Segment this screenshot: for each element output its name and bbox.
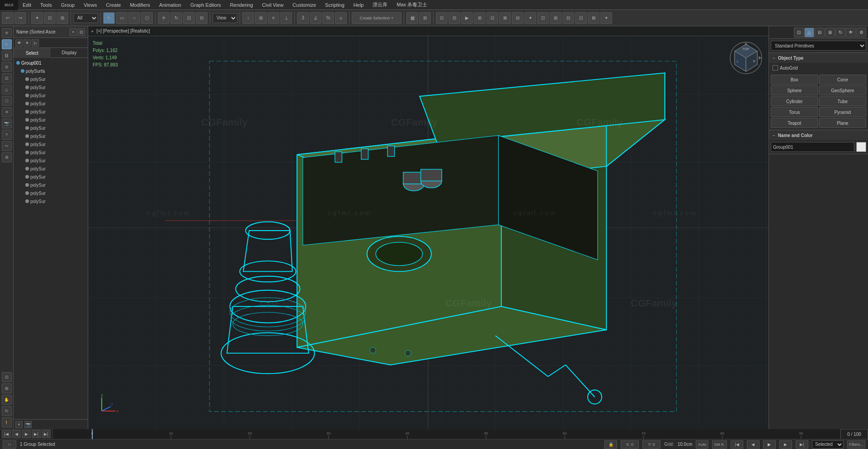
tl-next-key-btn2[interactable]: ▶: [779, 440, 792, 449]
spinner-snap-button[interactable]: ⍟: [335, 12, 347, 24]
prim-teapot-btn[interactable]: Teapot: [771, 118, 818, 128]
tl-goto-start-btn[interactable]: |◀: [731, 440, 743, 449]
menu-civil-view[interactable]: Civil View: [258, 1, 288, 9]
menu-modifiers[interactable]: Modifiers: [125, 1, 155, 9]
select-obj-button[interactable]: ✦: [31, 12, 43, 24]
color-swatch[interactable]: [856, 142, 866, 152]
scene-item-group001[interactable]: Group001: [14, 59, 87, 67]
menu-security[interactable]: Max 杀毒卫士: [392, 0, 432, 9]
scene-light-icon[interactable]: ☀: [24, 39, 31, 47]
move-tool-btn[interactable]: ✛: [2, 28, 12, 38]
matl-editor-button[interactable]: ⊠: [499, 12, 511, 24]
scene-panel-icon2[interactable]: ⊡: [78, 28, 85, 36]
poly-select-button[interactable]: ⬡: [141, 12, 153, 24]
circle-select-button[interactable]: ○: [128, 12, 140, 24]
autogrid-checkbox-label[interactable]: AutoGrid: [773, 65, 797, 71]
scene-item-poly15[interactable]: polySur: [14, 189, 87, 197]
zoom-extents-btn[interactable]: ⊡: [2, 372, 12, 382]
select-tool-btn[interactable]: ↖: [2, 39, 12, 49]
rp-tab-display-btn[interactable]: ⊡: [794, 28, 804, 38]
menu-cloud[interactable]: 漂云库: [368, 0, 392, 9]
scene-item-poly4[interactable]: polySur: [14, 99, 87, 108]
prim-tube-btn[interactable]: Tube: [819, 96, 867, 106]
autogrid-checkbox[interactable]: [773, 65, 778, 71]
rp-tab-create-btn[interactable]: △: [804, 28, 814, 38]
arc-rotate-btn[interactable]: ↻: [2, 406, 12, 416]
scene-item-poly12[interactable]: polySur: [14, 165, 87, 173]
render-frame-button[interactable]: ⊞: [474, 12, 486, 24]
scene-item-poly11[interactable]: polySur: [14, 156, 87, 165]
rotate-button[interactable]: ↻: [170, 12, 182, 24]
align-button[interactable]: ⊞: [255, 12, 267, 24]
mirror-button[interactable]: ↕: [242, 12, 254, 24]
menu-group[interactable]: Group: [57, 1, 80, 9]
scene-item-poly7[interactable]: polySur: [14, 124, 87, 132]
print-size-button[interactable]: ⊡: [575, 12, 587, 24]
primitives-dropdown[interactable]: Standard Primitives Extended Primitives …: [771, 41, 866, 51]
tab-select[interactable]: Select: [14, 48, 51, 58]
quick-render-button[interactable]: ▶: [461, 12, 473, 24]
auto-key-button[interactable]: ⊠: [588, 12, 599, 24]
geometry-btn[interactable]: △: [2, 85, 12, 95]
timeline-track[interactable]: 0 10 20 30 40 50 60 70 80: [53, 429, 841, 439]
numpad-3-button[interactable]: 3: [297, 12, 309, 24]
select-filter-button[interactable]: ⊞: [57, 12, 68, 24]
move-button[interactable]: ✛: [158, 12, 170, 24]
rp-tab-modify-btn[interactable]: ⊟: [815, 28, 825, 38]
rect-select-button[interactable]: ▭: [116, 12, 127, 24]
set-key-label[interactable]: Set K.: [712, 440, 727, 449]
prim-plane-btn[interactable]: Plane: [819, 118, 867, 128]
prim-torus-btn[interactable]: Torus: [771, 107, 818, 117]
tl-next-frame-btn[interactable]: ▶|: [42, 430, 51, 438]
scene-item-poly16[interactable]: polySur: [14, 197, 87, 205]
region-zoom-btn[interactable]: ⊞: [2, 383, 12, 393]
redo-button[interactable]: ↪: [14, 12, 26, 24]
lights-btn[interactable]: ☀: [2, 107, 12, 117]
prim-cylinder-btn[interactable]: Cylinder: [771, 96, 818, 106]
brpr-settings-button[interactable]: ⊟: [562, 12, 574, 24]
prim-cone-btn[interactable]: Cone: [819, 75, 867, 85]
menu-scripting[interactable]: Scripting: [321, 1, 349, 9]
tl-prev-frame-btn[interactable]: |◀: [2, 430, 11, 438]
panorama-button[interactable]: ⊞: [550, 12, 561, 24]
tl-play-btn2[interactable]: ▶: [763, 440, 776, 449]
angle-snap-button[interactable]: ∠: [310, 12, 321, 24]
filters-btn[interactable]: Filters...: [847, 440, 865, 449]
prim-box-btn[interactable]: Box: [771, 75, 818, 85]
tl-goto-end-btn[interactable]: ▶|: [796, 440, 808, 449]
selected-dropdown[interactable]: Selected: [812, 440, 844, 449]
footer-icon2[interactable]: 📷: [24, 421, 32, 428]
systems-btn[interactable]: ⚙: [2, 152, 12, 162]
scene-panel-icon1[interactable]: +: [70, 28, 77, 36]
render-to-tex-button[interactable]: ⊡: [537, 12, 549, 24]
set-key-button[interactable]: ✦: [600, 12, 612, 24]
name-input-field[interactable]: [771, 142, 854, 152]
scene-item-poly8[interactable]: polySur: [14, 132, 87, 140]
prim-pyramid-btn[interactable]: Pyramid: [819, 107, 867, 117]
auto-key-label[interactable]: Auto: [696, 440, 708, 449]
nav-cube[interactable]: TOP L R: [728, 40, 764, 76]
cameras-btn[interactable]: 📷: [2, 118, 12, 128]
scene-item-poly6[interactable]: polySur: [14, 116, 87, 124]
render-effects-button[interactable]: ✦: [524, 12, 536, 24]
pan-btn[interactable]: ✋: [2, 395, 12, 405]
tab-display[interactable]: Display: [51, 48, 88, 58]
render-scene-button[interactable]: ⊟: [448, 12, 460, 24]
scale-type-button[interactable]: ⊟: [196, 12, 208, 24]
scene-eye-icon[interactable]: 👁: [15, 39, 23, 47]
scene-item-polysurfa[interactable]: polySurfa: [14, 67, 87, 75]
prim-sphere-btn[interactable]: Sphere: [771, 85, 818, 95]
menu-customize[interactable]: Customize: [288, 1, 321, 9]
menu-animation[interactable]: Animation: [155, 1, 186, 9]
tl-prev-key-btn[interactable]: ◀: [12, 430, 21, 438]
shapes-btn[interactable]: ⬡: [2, 96, 12, 106]
percent-snap-button[interactable]: %: [322, 12, 334, 24]
viewport-plus-btn[interactable]: +: [91, 28, 94, 34]
scene-item-poly3[interactable]: polySur: [14, 91, 87, 99]
tl-play-btn[interactable]: ▶: [22, 430, 31, 438]
link-tool-btn[interactable]: ⛓: [2, 51, 12, 61]
rp-tab-hierarchy-btn[interactable]: ⊞: [825, 28, 835, 38]
menu-tools[interactable]: Tools: [36, 1, 57, 9]
coords-x[interactable]: X: 0: [621, 440, 639, 449]
normal-align-button[interactable]: ⊥: [280, 12, 292, 24]
